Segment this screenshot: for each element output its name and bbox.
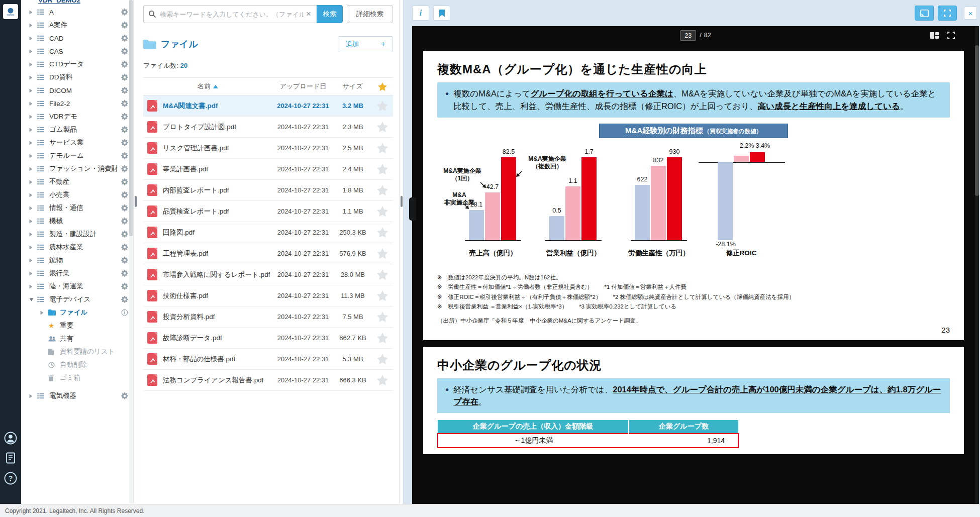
sidebar-item[interactable]: ファッション・消費財 xyxy=(21,162,133,175)
file-name[interactable]: 内部監査レポート.pdf xyxy=(163,186,229,195)
sidebar-item[interactable]: 情報・通信 xyxy=(21,201,133,215)
file-row[interactable]: 法務コンプライアンス報告書.pdf2024-10-27 22:31666.3 K… xyxy=(143,370,393,391)
close-preview-button[interactable]: × xyxy=(964,7,977,20)
favorite-star-icon[interactable] xyxy=(372,375,393,385)
file-name[interactable]: 法務コンプライアンス報告書.pdf xyxy=(163,376,264,385)
expand-caret-icon[interactable] xyxy=(29,128,37,132)
expand-caret-icon[interactable] xyxy=(29,88,37,93)
gear-icon[interactable] xyxy=(121,87,128,94)
file-row[interactable]: 故障診断データ.pdf2024-10-27 22:31662.7 KB xyxy=(143,328,393,349)
gear-icon[interactable] xyxy=(121,74,128,81)
sidebar-item[interactable]: A案件 xyxy=(21,19,133,32)
file-name[interactable]: 品質検査レポート.pdf xyxy=(163,207,229,216)
expand-caret-icon[interactable] xyxy=(29,36,37,41)
file-name[interactable]: 市場参入戦略に関するレポート.pdf xyxy=(163,270,270,279)
expand-caret-icon[interactable] xyxy=(29,75,37,80)
app-logo[interactable] xyxy=(3,4,18,19)
sidebar-item[interactable]: デモルーム xyxy=(21,149,133,162)
sidebar-item[interactable]: ゴミ箱 xyxy=(21,371,133,384)
panel-splitter-right[interactable] xyxy=(400,0,403,504)
nav-scrollbar[interactable] xyxy=(129,0,133,504)
gear-icon[interactable] xyxy=(121,126,128,133)
file-row[interactable]: 投資分析資料.pdf2024-10-27 22:317.5 MB xyxy=(143,306,393,328)
popout-layout-button[interactable] xyxy=(915,6,934,21)
gear-icon[interactable] xyxy=(121,152,128,159)
clear-search-icon[interactable]: × xyxy=(304,9,314,19)
column-header-uploaded[interactable]: アップロード日 xyxy=(272,82,334,91)
file-name[interactable]: 投資分析資料.pdf xyxy=(163,313,215,322)
column-header-favorite[interactable] xyxy=(372,82,393,91)
drawer-tab[interactable] xyxy=(409,197,416,221)
sidebar-item[interactable]: CTDデータ xyxy=(21,58,133,71)
file-row[interactable]: プロトタイプ設計図.pdf2024-10-27 22:312.3 MB xyxy=(143,117,393,138)
current-page-input[interactable]: 23 xyxy=(680,30,696,41)
nav-scrollbar-thumb[interactable] xyxy=(129,0,133,236)
file-name[interactable]: M&A関連文書.pdf xyxy=(163,101,218,111)
sidebar-item[interactable]: 不動産 xyxy=(21,175,133,188)
gear-icon[interactable] xyxy=(121,113,128,120)
viewer-scrollbar[interactable] xyxy=(975,26,979,504)
gear-icon[interactable] xyxy=(121,244,128,251)
sidebar-item[interactable]: 農林水産業 xyxy=(21,241,133,254)
expand-caret-icon[interactable] xyxy=(29,271,37,276)
column-header-size[interactable]: サイズ xyxy=(334,82,372,91)
gear-icon[interactable] xyxy=(121,178,128,185)
sidebar-item[interactable]: 機械 xyxy=(21,215,133,228)
thumbnail-grid-button[interactable] xyxy=(930,32,939,39)
viewer-scrollbar-thumb[interactable] xyxy=(975,45,979,196)
file-info-button[interactable]: i xyxy=(412,6,429,21)
favorite-star-icon[interactable] xyxy=(372,143,393,153)
file-name[interactable]: 回路図.pdf xyxy=(163,228,194,237)
favorite-star-icon[interactable] xyxy=(372,100,393,111)
sidebar-item[interactable]: 共有 xyxy=(21,332,133,345)
expand-caret-icon[interactable] xyxy=(29,23,37,28)
file-row[interactable]: 技術仕様書.pdf2024-10-27 22:3111.3 MB xyxy=(143,285,393,306)
sidebar-item[interactable]: DICOM xyxy=(21,84,133,97)
expand-caret-icon[interactable] xyxy=(29,115,37,119)
gear-icon[interactable] xyxy=(121,204,128,212)
expand-caret-icon[interactable] xyxy=(29,232,37,237)
user-account-button[interactable] xyxy=(4,432,17,445)
sidebar-item[interactable]: サービス業 xyxy=(21,136,133,149)
file-name[interactable]: 工程管理表.pdf xyxy=(163,249,208,258)
file-row[interactable]: 材料・部品の仕様書.pdf2024-10-27 22:315.3 MB xyxy=(143,349,393,370)
viewer-fullscreen-button[interactable] xyxy=(947,32,955,39)
file-row[interactable]: 事業計画書.pdf2024-10-27 22:312.4 MB xyxy=(143,159,393,180)
sidebar-item[interactable]: 製造・建設設計 xyxy=(21,228,133,241)
expand-caret-icon[interactable] xyxy=(29,180,37,184)
gear-icon[interactable] xyxy=(121,296,128,303)
expand-caret-icon[interactable] xyxy=(40,311,48,315)
expand-caret-icon[interactable] xyxy=(29,62,37,67)
gear-icon[interactable] xyxy=(121,22,128,29)
favorite-star-icon[interactable] xyxy=(372,227,393,238)
favorite-star-icon[interactable] xyxy=(372,185,393,195)
advanced-search-button[interactable]: 詳細検索 xyxy=(347,5,393,23)
file-row[interactable]: 回路図.pdf2024-10-27 22:31250.3 KB xyxy=(143,222,393,243)
gear-icon[interactable] xyxy=(121,9,128,16)
gear-icon[interactable] xyxy=(121,48,128,55)
favorite-star-icon[interactable] xyxy=(372,354,393,364)
sidebar-item[interactable]: VDRデモ xyxy=(21,110,133,123)
gear-icon[interactable] xyxy=(121,218,128,225)
gear-icon[interactable] xyxy=(121,35,128,42)
expand-caret-icon[interactable] xyxy=(29,167,37,171)
favorite-star-icon[interactable] xyxy=(372,164,393,174)
expand-caret-icon[interactable] xyxy=(29,219,37,224)
sidebar-item[interactable]: 小売業 xyxy=(21,188,133,201)
expand-caret-icon[interactable] xyxy=(29,394,37,398)
file-name[interactable]: 技術仕様書.pdf xyxy=(163,291,208,300)
gear-icon[interactable] xyxy=(121,392,128,399)
memo-button[interactable] xyxy=(5,452,16,464)
expand-caret-icon[interactable] xyxy=(29,154,37,158)
expand-caret-icon[interactable] xyxy=(29,206,37,211)
gear-icon[interactable] xyxy=(121,191,128,198)
file-row[interactable]: リスク管理計画書.pdf2024-10-27 22:312.5 MB xyxy=(143,138,393,159)
sidebar-item[interactable]: 自動削除 xyxy=(21,358,133,371)
search-button[interactable]: 検索 xyxy=(317,5,343,23)
expand-caret-icon[interactable] xyxy=(29,10,37,15)
sidebar-item[interactable]: CAS xyxy=(21,45,133,58)
expand-caret-icon[interactable] xyxy=(29,49,37,54)
sidebar-item-selected[interactable]: ファイル xyxy=(21,306,133,319)
favorite-star-icon[interactable] xyxy=(372,248,393,259)
favorite-star-icon[interactable] xyxy=(372,269,393,280)
